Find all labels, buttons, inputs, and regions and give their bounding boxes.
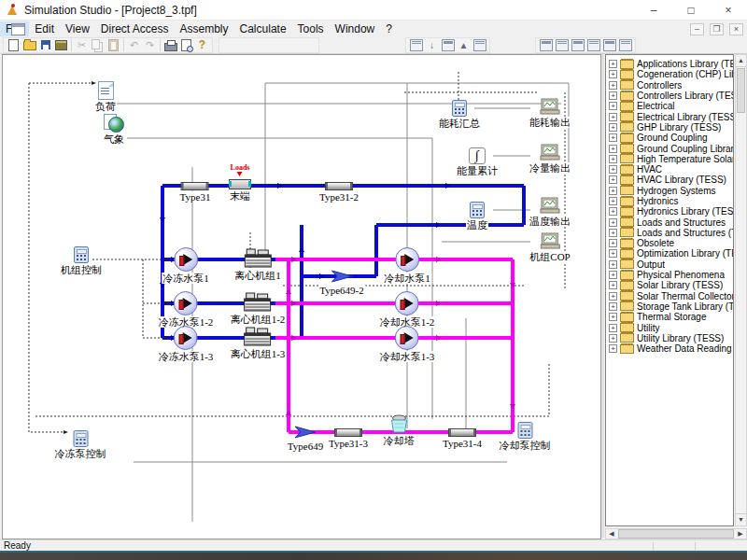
pane-splitter[interactable] [601,54,604,538]
open-folder-icon[interactable] [21,38,37,52]
expand-icon[interactable]: + [609,81,617,90]
maximize-button[interactable]: □ [672,0,710,21]
palette-item[interactable]: + Loads and Structures [606,217,733,227]
component-energy-summary[interactable]: 能耗汇总 [438,100,481,129]
expand-icon[interactable]: + [609,260,617,269]
child-restore-button[interactable]: ❐ [710,23,724,35]
component-temperature-calc[interactable]: 温度 [466,202,488,231]
palette-item[interactable]: + Utility Library (TESS) [606,333,733,343]
expand-icon[interactable]: + [609,207,617,216]
palette-item[interactable]: + Weather Data Reading and Process [606,343,733,354]
expand-icon[interactable]: + [609,324,617,332]
palette-item[interactable]: + Electrical [606,101,733,111]
table-view-icon[interactable] [440,38,456,52]
print-icon[interactable] [162,38,178,52]
expand-icon[interactable]: + [609,292,617,301]
palette-horizontal-scrollbar[interactable]: ◀ ▶ [605,528,747,539]
menu-item[interactable]: Calculate [234,21,292,36]
palette-item[interactable]: + Hydronics [606,196,733,206]
component-cw-pump-2[interactable]: 冷却水泵1-2 [379,291,436,328]
palette-item[interactable]: + Controllers [606,80,733,91]
redo-icon[interactable]: ↷ [142,38,158,52]
expand-icon[interactable]: + [609,113,617,121]
palette-item[interactable]: + Loads and Structures (TESS) [606,228,733,238]
help-icon[interactable]: ? [194,38,210,52]
component-chw-pump-3[interactable]: 冷冻水泵1-3 [158,326,215,362]
component-chw-pump-2[interactable]: 冷冻水泵1-2 [158,291,215,328]
component-cw-pump-control[interactable]: 冷却泵控制 [499,422,552,451]
expand-icon[interactable]: + [609,187,617,195]
palette-item[interactable]: + HVAC Library (TESS) [606,175,733,185]
expand-icon[interactable]: + [609,102,617,110]
new-window-icon[interactable] [601,38,617,52]
palette-item[interactable]: + Thermal Storage [606,312,733,322]
expand-icon[interactable]: + [609,313,617,321]
expand-icon[interactable]: + [609,70,617,78]
component-chiller-2[interactable]: 离心机组1-2 [230,292,287,325]
child-window-icon[interactable] [11,23,25,35]
expand-icon[interactable]: + [609,271,617,279]
expand-icon[interactable]: + [609,133,617,142]
component-unit-control[interactable]: 机组控制 [60,246,103,275]
component-cop-output[interactable]: 机组COP [529,232,571,262]
expand-icon[interactable]: + [609,334,617,343]
component-energy-output[interactable]: 能耗输出 [529,98,571,128]
palette-item[interactable]: + High Temperature Solar (TESS) [606,154,733,164]
save-icon[interactable] [37,38,53,52]
expand-icon[interactable]: + [609,60,617,68]
sort-down-icon[interactable]: ↓ [424,38,440,52]
palette-vertical-scrollbar[interactable]: ▲ ▼ [735,54,747,526]
component-chiller-3[interactable]: 离心机组1-3 [230,327,287,359]
component-chw-pump-control[interactable]: 冷冻泵控制 [54,430,107,459]
component-chiller-1[interactable]: 离心机组1 [233,248,282,281]
copy-icon[interactable] [90,38,106,52]
component-pipe-type31[interactable]: Type31 [179,182,212,203]
expand-icon[interactable]: + [609,249,617,258]
component-cooling-tower[interactable]: 冷却塔 [383,414,416,446]
component-cw-pump-1[interactable]: 冷却水泵1 [383,247,431,284]
expand-icon[interactable]: + [609,229,617,237]
palette-item[interactable]: + Utility [606,322,733,332]
palette-item[interactable]: + Obsolete [606,238,733,248]
arrange-icons-icon[interactable] [585,38,601,52]
menu-item[interactable]: ? [380,21,398,36]
expand-icon[interactable]: + [609,239,617,247]
expand-icon[interactable]: + [609,123,617,132]
close-button[interactable]: × [710,0,747,21]
component-weather[interactable]: 气象 [103,114,125,145]
link-tool-icon[interactable] [408,38,424,52]
minimize-button[interactable]: – [635,0,672,21]
palette-item[interactable]: + Output [606,259,733,270]
component-cw-pump-3[interactable]: 冷却水泵1-3 [379,326,436,362]
component-cooling-output[interactable]: 冷量输出 [529,144,571,174]
plot-icon[interactable] [472,38,487,52]
child-minimize-button[interactable]: – [690,23,704,35]
cascade-windows-icon[interactable] [538,38,554,52]
menu-item[interactable]: Tools [292,21,330,36]
component-chw-pump-1[interactable]: 冷冻水泵1 [162,247,210,284]
menu-item[interactable]: Edit [29,21,60,36]
expand-icon[interactable]: + [609,218,617,227]
palette-item[interactable]: + GHP Library (TESS) [606,122,733,133]
palette-item[interactable]: + Solar Thermal Collectors [606,291,733,301]
palette-item[interactable]: + Optimization Library (TESS) [606,248,733,259]
tile-vertical-icon[interactable] [570,38,585,52]
child-close-button[interactable]: × [729,23,743,35]
palette-item[interactable]: + Ground Coupling Library (TESS) [606,143,733,153]
component-icon[interactable]: ▲ [456,38,472,52]
palette-item[interactable]: + Ground Coupling [606,133,733,143]
new-document-icon[interactable] [6,38,21,52]
palette-item[interactable]: + Storage Tank Library (TESS) [606,301,733,312]
component-temperature-output[interactable]: 温度输出 [529,197,571,227]
component-pipe-type31-4[interactable]: Type31-4 [442,428,483,449]
menu-item[interactable]: Assembly [175,21,234,36]
component-pipe-type31-2[interactable]: Type31-2 [318,182,359,203]
expand-icon[interactable]: + [609,155,617,163]
palette-item[interactable]: + Solar Library (TESS) [606,280,733,290]
component-terminal[interactable]: Loads 末端 [229,179,251,202]
print-preview-icon[interactable] [178,38,194,52]
expand-icon[interactable]: + [609,197,617,205]
expand-icon[interactable]: + [609,281,617,289]
palette-item[interactable]: + HVAC [606,164,733,175]
undo-icon[interactable]: ↶ [126,38,142,52]
